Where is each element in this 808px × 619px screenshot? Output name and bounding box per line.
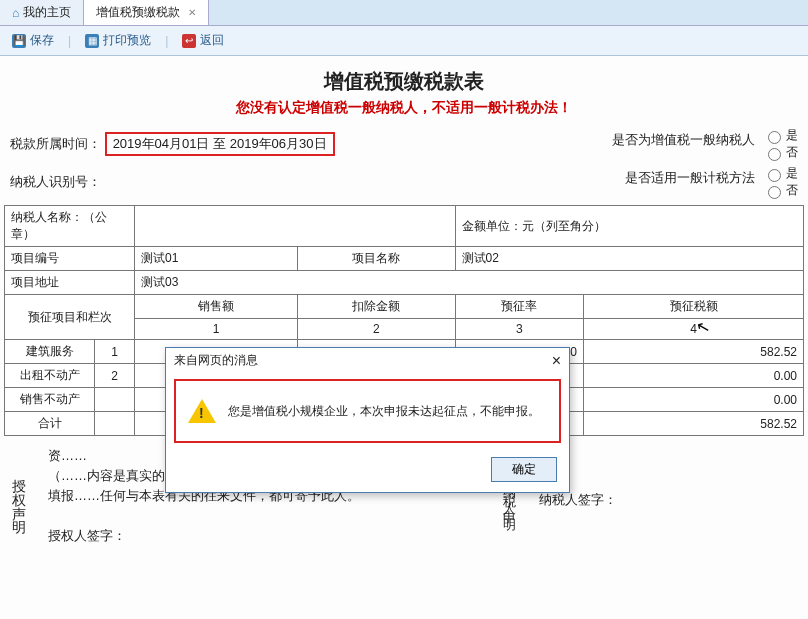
use-general-method-label: 是否适用一般计税方法 — [625, 170, 755, 185]
dialog-message: 您是增值税小规模企业，本次申报未达起征点，不能申报。 — [228, 403, 540, 420]
project-name-value[interactable]: 测试02 — [455, 247, 803, 271]
use-general-no[interactable] — [768, 186, 781, 199]
taxpayer-name-value[interactable] — [135, 206, 456, 247]
taxpayer-name-label: 纳税人名称：（公章） — [5, 206, 135, 247]
home-icon: ⌂ — [12, 6, 19, 20]
idx-col2: 2 — [297, 319, 455, 340]
print-preview-button[interactable]: ▦ 打印预览 — [81, 30, 155, 51]
save-button[interactable]: 💾 保存 — [8, 30, 58, 51]
tab-home-label: 我的主页 — [23, 4, 71, 21]
back-label: 返回 — [200, 32, 224, 49]
row-idx: 2 — [95, 364, 135, 388]
hdr-col4: 预征税额 — [584, 295, 804, 319]
page-title: 增值税预缴税款表 — [4, 68, 804, 95]
cell-c4[interactable]: 582.52 — [584, 340, 804, 364]
close-icon[interactable]: ✕ — [188, 7, 196, 18]
idx-col3: 3 — [455, 319, 583, 340]
cell-c4: 582.52 — [584, 412, 804, 436]
auth-signer1-label: 授权人签字： — [48, 526, 481, 546]
hdr-project-addr: 项目地址 — [5, 271, 135, 295]
cell-c4[interactable]: 0.00 — [584, 364, 804, 388]
idx-col4: 4 — [584, 319, 804, 340]
warning-icon — [188, 399, 216, 423]
period-value: 2019年04月01日 至 2019年06月30日 — [105, 132, 335, 156]
separator: | — [165, 34, 168, 48]
tab-bar: ⌂ 我的主页 增值税预缴税款 ✕ — [0, 0, 808, 26]
hdr-col2: 扣除金额 — [297, 295, 455, 319]
is-general-no[interactable] — [768, 148, 781, 161]
tab-home[interactable]: ⌂ 我的主页 — [0, 0, 84, 25]
row-idx — [95, 388, 135, 412]
separator: | — [68, 34, 71, 48]
cell-c4[interactable]: 0.00 — [584, 388, 804, 412]
warning-line: 您没有认定增值税一般纳税人，不适用一般计税办法！ — [4, 99, 804, 117]
print-preview-label: 打印预览 — [103, 32, 151, 49]
row-idx: 1 — [95, 340, 135, 364]
back-button[interactable]: ↩ 返回 — [178, 30, 228, 51]
dialog-ok-button[interactable]: 确定 — [491, 457, 557, 482]
back-icon: ↩ — [182, 34, 196, 48]
currency-unit: 金额单位：元（列至角分） — [455, 206, 803, 247]
use-general-yes[interactable] — [768, 169, 781, 182]
idx-col1: 1 — [135, 319, 298, 340]
row-name: 出租不动产 — [5, 364, 95, 388]
project-addr-value[interactable]: 测试03 — [135, 271, 804, 295]
row-name: 销售不动产 — [5, 388, 95, 412]
hdr-col1: 销售额 — [135, 295, 298, 319]
dialog-title: 来自网页的消息 — [174, 352, 258, 369]
save-icon: 💾 — [12, 34, 26, 48]
hdr-section: 预征项目和栏次 — [5, 295, 135, 340]
tab-current-label: 增值税预缴税款 — [96, 4, 180, 21]
is-general-yes[interactable] — [768, 131, 781, 144]
hdr-project-name: 项目名称 — [297, 247, 455, 271]
row-name: 建筑服务 — [5, 340, 95, 364]
save-label: 保存 — [30, 32, 54, 49]
print-icon: ▦ — [85, 34, 99, 48]
row-name: 合计 — [5, 412, 95, 436]
hdr-project-no: 项目编号 — [5, 247, 135, 271]
toolbar: 💾 保存 | ▦ 打印预览 | ↩ 返回 — [0, 26, 808, 56]
project-no-value[interactable]: 测试01 — [135, 247, 298, 271]
taxpayer-id-label: 纳税人识别号： — [10, 174, 101, 189]
auth-title: 授权声明 — [10, 446, 28, 546]
alert-dialog: 来自网页的消息 × 您是增值税小规模企业，本次申报未达起征点，不能申报。 确定 — [165, 347, 570, 493]
row-idx — [95, 412, 135, 436]
dialog-close-icon[interactable]: × — [552, 354, 561, 368]
tab-current[interactable]: 增值税预缴税款 ✕ — [84, 0, 209, 25]
hdr-col3: 预征率 — [455, 295, 583, 319]
taxpayer-sign-label: 纳税人签字： — [539, 492, 617, 507]
period-label: 税款所属时间： — [10, 136, 101, 151]
is-general-label: 是否为增值税一般纳税人 — [612, 132, 755, 147]
